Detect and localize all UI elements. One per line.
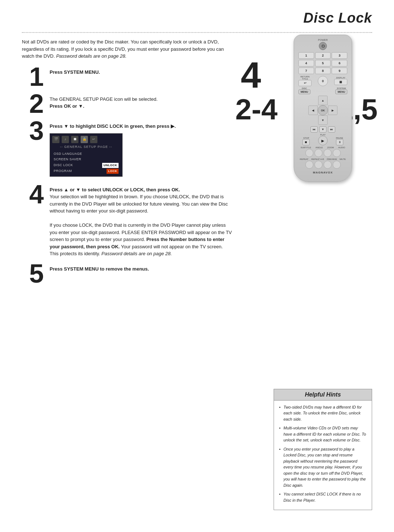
step-content-2: The GENERAL SETUP PAGE icon will be sele…: [50, 93, 232, 110]
dpad-down-button[interactable]: ▼: [318, 115, 328, 125]
power-button[interactable]: ⏻: [319, 42, 327, 50]
next-button[interactable]: ⏭: [328, 126, 335, 133]
audio-button[interactable]: [333, 149, 341, 157]
system-label: SYSTEM: [335, 87, 347, 89]
step-content-5: Press SYSTEM MENU to remove the menus.: [50, 263, 232, 273]
icon-lock: 🔒: [81, 136, 88, 143]
btn-4[interactable]: 4: [298, 60, 314, 66]
unlock-badge: UNLOCK: [102, 163, 119, 168]
power-label: POWER: [298, 39, 347, 41]
step-number-3: 3: [22, 118, 44, 144]
disc-menu-button[interactable]: MENU: [298, 89, 310, 94]
lock-badge: LOCK: [107, 169, 119, 174]
helpful-hints-box: Helpful Hints Two-sided DVDs may have a …: [274, 389, 372, 510]
repeat-row-labels: REPEAT REPEAT A-B PREVIEW MUTE: [298, 158, 347, 160]
zoom-button[interactable]: [324, 149, 332, 157]
screen-simulation: 🎬 ♪ 🔲 🔒 ↩ -- GENERAL SETUP PAGE -- OSD L…: [50, 133, 123, 177]
screen-row-osd: OSD LANGUAGE: [52, 151, 120, 157]
subtitle-button[interactable]: [305, 149, 313, 157]
step-content-1: Press SYSTEM MENU.: [50, 66, 232, 76]
stop-button[interactable]: ⏹: [302, 139, 310, 145]
step-number-5: 5: [22, 260, 44, 287]
angle-button[interactable]: [314, 149, 322, 157]
brand-label: MAGNAVOX: [298, 171, 347, 174]
step-number-2: 2: [22, 91, 44, 117]
dpad-up-button[interactable]: ▲: [318, 96, 328, 105]
step-number-4: 4: [22, 181, 44, 207]
dpad-right-button[interactable]: ▶: [328, 106, 337, 115]
page-title: Disc Lock: [303, 10, 372, 26]
icon-music: ♪: [62, 136, 69, 143]
play-button[interactable]: ▶: [318, 136, 328, 145]
mute-button[interactable]: [333, 161, 341, 169]
screen-row-disc-lock: DISC LOCK UNLOCK: [52, 162, 120, 168]
separator-line: [22, 32, 372, 33]
play-label: PLAY: [318, 134, 328, 136]
hints-title: Helpful Hints: [274, 389, 372, 401]
step-content-4: Press ▲ or ▼ to select UNLOCK or LOCK, t…: [50, 184, 232, 257]
transport-skip-row: ⏮ ▼ ⏭: [298, 126, 347, 133]
preview-button[interactable]: [324, 161, 332, 169]
icon-film: 🎬: [52, 136, 59, 143]
down-arrow-button[interactable]: ▼: [319, 126, 327, 133]
circle-row-2: [298, 161, 347, 169]
system-menu-button[interactable]: MENU: [335, 89, 347, 94]
step-4: 4 Press ▲ or ▼ to select UNLOCK or LOCK,…: [22, 184, 372, 257]
hint-item-0: Two-sided DVDs may have a different ID f…: [279, 404, 367, 422]
hints-list: Two-sided DVDs may have a different ID f…: [279, 404, 367, 504]
hints-body: Two-sided DVDs may have a different ID f…: [274, 401, 372, 510]
stop-label: STOP: [302, 137, 310, 139]
pause-button[interactable]: ⏸: [336, 139, 343, 145]
btn-1[interactable]: 1: [298, 52, 314, 59]
hint-item-2: Once you enter your password to play a L…: [279, 446, 367, 489]
number-grid: 1 2 3 4 5 6 7 8 9: [298, 52, 347, 74]
dpad-left-button[interactable]: ◀: [308, 106, 318, 115]
step-content-3: Press ▼ to highlight DISC LOCK in green,…: [50, 120, 232, 177]
btn-7[interactable]: 7: [298, 68, 314, 74]
remote-control: POWER ⏻ 1 2 3 4 5 6 7 8 9 RETURN TITLE ↩…: [294, 35, 352, 182]
repeat-ab-button[interactable]: [314, 161, 322, 169]
return-button[interactable]: ↩: [298, 80, 312, 86]
overlay-number-4: 4: [241, 57, 261, 93]
hint-item-1: Multi-volume Video CDs or DVD sets may h…: [279, 425, 367, 443]
overlay-number-24: 2-4: [235, 95, 278, 124]
pause-label: PAUSE: [336, 137, 343, 139]
screen-row-saver: SCREEN SAVER: [52, 157, 120, 162]
step-number-1: 1: [22, 64, 44, 90]
circle-row-1: [298, 149, 347, 157]
hint-item-3: You cannot select DISC LOCK if there is …: [279, 491, 367, 503]
icon-photo: 🔲: [71, 136, 78, 143]
btn-0[interactable]: 0: [318, 76, 328, 86]
btn-6[interactable]: 6: [332, 60, 347, 66]
screen-row-program: PROGRAM LOCK: [52, 168, 120, 174]
screen-header: -- GENERAL SETUP PAGE --: [52, 145, 120, 150]
prev-button[interactable]: ⏮: [310, 126, 318, 133]
subtitle-row-labels: SUBTITLE ANGLE ZOOM AUDIO: [298, 146, 347, 149]
icon-arrow: ↩: [90, 136, 97, 143]
btn-8[interactable]: 8: [315, 68, 331, 74]
btn-3[interactable]: 3: [332, 52, 347, 59]
dpad: ▲ ▼ ◀ ▶ OK: [308, 96, 337, 125]
intro-paragraph: Not all DVDs are rated or coded by the D…: [22, 38, 226, 60]
btn-2[interactable]: 2: [315, 52, 331, 59]
display-button[interactable]: ▦: [334, 79, 347, 85]
remote-area: 4 2-4 1,5 POWER ⏻ 1 2 3 4 5 6 7 8 9 RETU…: [272, 35, 374, 182]
step-5: 5 Press SYSTEM MENU to remove the menus.: [22, 263, 372, 287]
btn-9[interactable]: 9: [332, 68, 347, 74]
ok-button[interactable]: OK: [318, 105, 328, 115]
repeat-button[interactable]: [305, 161, 313, 169]
btn-5[interactable]: 5: [315, 60, 331, 66]
